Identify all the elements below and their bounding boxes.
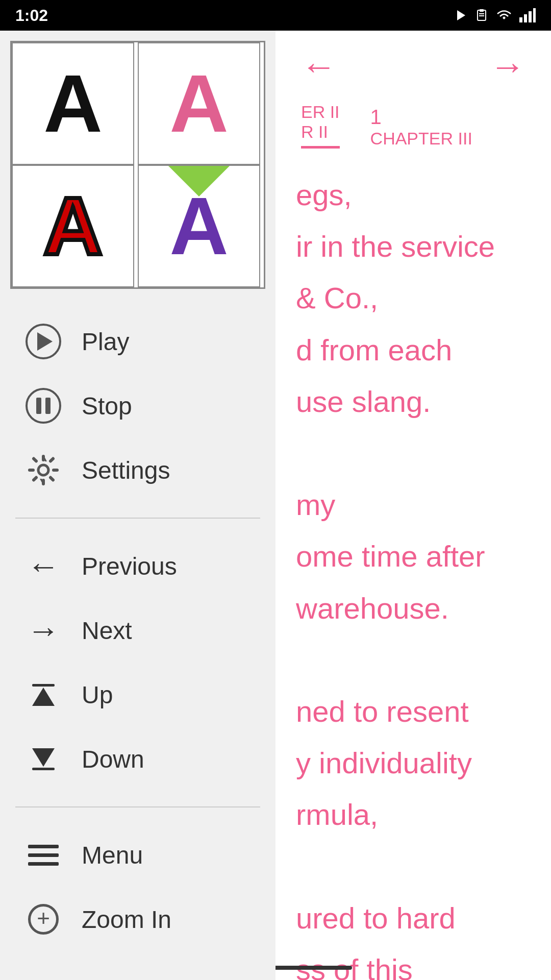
pause-circle-icon (26, 388, 61, 424)
status-icons (454, 8, 536, 22)
font-cell-purple-green[interactable]: A (138, 165, 260, 287)
settings-menu-item[interactable]: Settings (0, 438, 276, 502)
book-line-10: y individuality (296, 742, 531, 783)
zoom-in-menu-item[interactable]: + Zoom In (0, 887, 276, 951)
gear-icon (26, 452, 61, 488)
down-menu-item[interactable]: Down (0, 727, 276, 791)
svg-rect-14 (32, 456, 38, 463)
book-line-4: d from each (296, 329, 531, 371)
stop-icon-container (26, 388, 61, 424)
up-arrow-shape (32, 688, 55, 706)
font-cell-black[interactable]: A (12, 42, 134, 165)
font-cell-pink[interactable]: A (138, 42, 260, 165)
play-circle-icon (26, 324, 61, 359)
wifi-icon (495, 8, 513, 22)
previous-icon-container: ← (26, 548, 61, 584)
svg-rect-8 (533, 8, 536, 22)
book-spacer-1 (296, 432, 531, 474)
svg-rect-6 (524, 14, 527, 22)
pause-bars (36, 398, 51, 414)
book-spacer-2 (296, 639, 531, 680)
book-line-12: ured to hard (296, 897, 531, 939)
zoom-in-icon-container: + (26, 901, 61, 937)
chapter-tab-3[interactable]: 1 CHAPTER III (370, 106, 472, 149)
chapter-tab-3-label: CHAPTER III (370, 129, 472, 149)
menu-label: Menu (82, 841, 143, 869)
font-cell-red-black[interactable]: A (12, 165, 134, 287)
hamburger-line-3 (28, 862, 59, 866)
chapter-tab-2-sublabel: R II (301, 122, 340, 149)
svg-rect-11 (42, 479, 45, 485)
zoom-circle-icon: + (28, 904, 59, 935)
font-letter-pink: A (169, 63, 229, 144)
next-menu-item[interactable]: → Next (0, 598, 276, 663)
up-line (32, 684, 55, 687)
settings-icon-container (26, 452, 61, 488)
pause-bar-2 (45, 398, 51, 414)
book-back-arrow[interactable]: ← (301, 46, 337, 87)
chapter-tabs-container: ER II R II 1 CHAPTER III (276, 102, 551, 149)
previous-menu-item[interactable]: ← Previous (0, 534, 276, 598)
play-label: Play (82, 328, 129, 356)
book-line-6: my (296, 484, 531, 525)
up-menu-item[interactable]: Up (0, 663, 276, 727)
play-icon-container (26, 324, 61, 359)
right-panel: ← → ER II R II 1 CHAPTER III egs, ir in … (276, 31, 551, 980)
playback-controls: Play Stop (0, 299, 276, 512)
stop-label: Stop (82, 392, 132, 420)
menu-menu-item[interactable]: Menu (0, 823, 276, 887)
book-line-13: ss of this (296, 949, 531, 980)
clipboard-icon (474, 8, 489, 22)
svg-rect-17 (48, 456, 55, 463)
divider-1 (15, 518, 260, 519)
divider-2 (15, 806, 260, 807)
previous-label: Previous (82, 552, 177, 580)
font-letter-black: A (43, 63, 103, 144)
book-line-3: & Co., (296, 277, 531, 318)
font-preview-grid[interactable]: A A A A (10, 41, 265, 289)
book-line-7: ome time after (296, 535, 531, 577)
status-bar: 1:02 (0, 0, 551, 31)
next-label: Next (82, 617, 132, 645)
chapter-tab-2-label: ER II (301, 102, 340, 122)
book-forward-arrow[interactable]: → (490, 46, 525, 87)
svg-rect-12 (28, 469, 35, 472)
svg-rect-16 (32, 475, 38, 482)
chapter-tab-2[interactable]: ER II R II (301, 102, 340, 149)
stop-menu-item[interactable]: Stop (0, 374, 276, 438)
play-menu-item[interactable]: Play (0, 309, 276, 374)
bottom-controls: Menu + Zoom In (0, 813, 276, 962)
svg-rect-10 (42, 455, 45, 461)
main-container: A A A A Play (0, 31, 551, 980)
svg-rect-5 (519, 17, 522, 22)
svg-point-9 (38, 465, 48, 475)
book-line-8: warehouse. (296, 587, 531, 629)
up-label: Up (82, 681, 113, 709)
left-panel: A A A A Play (0, 31, 276, 980)
signal-icon (519, 8, 536, 22)
up-icon-container (26, 677, 61, 713)
arrow-right-icon: → (27, 611, 60, 649)
book-line-11: rmula, (296, 794, 531, 835)
navigation-controls: ← Previous → Next Up (0, 524, 276, 801)
hamburger-line-1 (28, 845, 59, 848)
font-letter-red-black: A (43, 185, 103, 267)
hamburger-icon (28, 845, 59, 866)
book-spacer-3 (296, 845, 531, 887)
next-icon-container: → (26, 612, 61, 648)
book-line-1: egs, (296, 174, 531, 215)
svg-rect-7 (529, 11, 532, 22)
arrow-left-icon: ← (27, 547, 60, 585)
svg-rect-15 (48, 475, 55, 482)
down-icon-container (26, 741, 61, 777)
chapter-tab-3-number: 1 (370, 106, 472, 129)
settings-label: Settings (82, 456, 170, 484)
play-triangle (37, 332, 53, 351)
book-line-5: use slang. (296, 381, 531, 422)
down-label: Down (82, 745, 144, 773)
book-line-2: ir in the service (296, 226, 531, 267)
down-arrow-shape (32, 748, 55, 767)
svg-rect-2 (480, 9, 484, 12)
font-letter-purple: A (169, 185, 229, 267)
zoom-plus-icon: + (37, 907, 50, 929)
